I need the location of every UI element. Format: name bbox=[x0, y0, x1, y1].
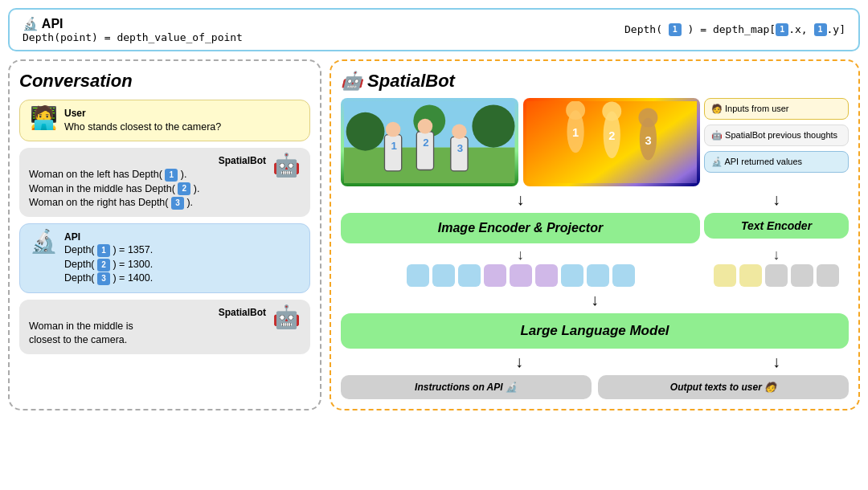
output-btn: Output texts to user 🧑 bbox=[598, 375, 849, 399]
api-returned-box: 🔬 API returned values bbox=[704, 151, 849, 173]
depth-image: 1 2 3 bbox=[523, 98, 701, 186]
previous-thoughts-label: 🤖 SpatialBot previous thoughts bbox=[711, 130, 837, 141]
token-gray-3 bbox=[817, 264, 839, 287]
api-message: 🔬 API Depth( 1 ) = 1357. Depth( 2 ) = 13… bbox=[19, 223, 310, 293]
api-bubble-text: API Depth( 1 ) = 1357. Depth( 2 ) = 1300… bbox=[64, 231, 300, 286]
bot-bubble-text-2: SpatialBot Woman in the middle isclosest… bbox=[29, 306, 266, 348]
token-purple-1 bbox=[484, 264, 506, 287]
svg-point-22 bbox=[638, 108, 657, 128]
llm-label: Large Language Model bbox=[341, 313, 849, 349]
api-formula-left: Depth(point) = depth_value_of_point bbox=[23, 31, 243, 43]
bottom-buttons: Instructions on API 🔬 Output texts to us… bbox=[341, 375, 849, 399]
svg-point-16 bbox=[566, 101, 585, 120]
token-gray-2 bbox=[791, 264, 813, 287]
svg-text:1: 1 bbox=[391, 140, 397, 152]
tokens-left: ↓ bbox=[341, 247, 700, 287]
spatialbot-panel: 🤖 SpatialBot bbox=[330, 59, 860, 410]
svg-text:3: 3 bbox=[645, 134, 651, 147]
api-returned-label: 🔬 API returned values bbox=[711, 157, 802, 167]
svg-point-19 bbox=[602, 102, 621, 121]
right-arrow: ↓ bbox=[704, 190, 849, 209]
svg-text:2: 2 bbox=[608, 129, 615, 142]
token-purple-2 bbox=[510, 264, 532, 287]
conversation-title: Conversation bbox=[19, 71, 310, 92]
bottom-arrows: ↓ ↓ bbox=[341, 353, 849, 371]
bot-bubble-text-1: SpatialBot Woman on the left has Depth( … bbox=[29, 154, 266, 210]
token-row-right bbox=[714, 264, 839, 287]
api-banner: 🔬 API Depth(point) = depth_value_of_poin… bbox=[8, 8, 860, 51]
image-arrow: ↓ bbox=[341, 190, 700, 209]
bot-avatar-2: 🤖 bbox=[272, 306, 301, 329]
llm-box: Large Language Model bbox=[341, 313, 849, 349]
image-encoder-box: Image Encoder & Projector bbox=[341, 213, 700, 243]
bot-avatar-1: 🤖 bbox=[272, 154, 301, 177]
svg-text:2: 2 bbox=[423, 137, 428, 149]
token-gray-1 bbox=[765, 264, 788, 287]
images-row: 1 2 3 bbox=[341, 98, 700, 186]
svg-text:3: 3 bbox=[457, 142, 463, 154]
token-yellow-2 bbox=[739, 264, 762, 287]
user-message: 🧑‍💻 User Who stands closest to the camer… bbox=[19, 100, 310, 141]
token-blue-6 bbox=[612, 264, 635, 287]
token-blue-5 bbox=[587, 264, 609, 287]
bottom-row: Instructions on API 🔬 Output texts to us… bbox=[341, 375, 849, 399]
text-enc-arrow: ↓ bbox=[773, 247, 780, 262]
token-purple-3 bbox=[535, 264, 558, 287]
token-blue-3 bbox=[458, 264, 481, 287]
api-title: 🔬 API bbox=[23, 16, 243, 31]
text-encoder-label: Text Encoder bbox=[704, 213, 849, 239]
api-sender-label: API bbox=[64, 231, 300, 244]
api-left: 🔬 API Depth(point) = depth_value_of_poin… bbox=[23, 16, 243, 43]
token-blue-2 bbox=[432, 264, 455, 287]
scene-image: 1 2 3 bbox=[341, 98, 518, 186]
svg-point-6 bbox=[386, 122, 401, 137]
user-avatar: 🧑‍💻 bbox=[30, 107, 58, 129]
token-blue-4 bbox=[561, 264, 583, 287]
llm-arrow: ↓ bbox=[341, 291, 849, 309]
conversation-panel: Conversation 🧑‍💻 User Who stands closest… bbox=[8, 59, 321, 410]
inputs-from-user-label: 🧑 Inputs from user bbox=[711, 104, 789, 114]
api-formula-right: Depth( 1 ) = depth_map[1.x, 1.y] bbox=[624, 23, 845, 37]
token-row-1 bbox=[407, 264, 635, 287]
right-inputs: 🧑 Inputs from user 🤖 SpatialBot previous… bbox=[704, 98, 849, 186]
token-blue-1 bbox=[407, 264, 429, 287]
bot-sender-label-1: SpatialBot bbox=[29, 154, 266, 168]
user-bubble-text: User Who stands closest to the camera? bbox=[64, 107, 300, 134]
svg-point-2 bbox=[346, 112, 385, 151]
tokens-right: ↓ bbox=[704, 247, 849, 287]
svg-point-3 bbox=[472, 105, 514, 148]
encoder-arrow: ↓ bbox=[517, 247, 524, 262]
svg-text:1: 1 bbox=[572, 126, 579, 139]
instructions-btn: Instructions on API 🔬 bbox=[341, 375, 592, 399]
text-encoder-box: Text Encoder bbox=[704, 213, 849, 243]
bot-message-1: SpatialBot Woman on the left has Depth( … bbox=[19, 148, 310, 216]
svg-point-12 bbox=[452, 124, 467, 139]
api-avatar: 🔬 bbox=[30, 231, 58, 253]
token-yellow-1 bbox=[714, 264, 736, 287]
spatialbot-title: 🤖 SpatialBot bbox=[341, 71, 849, 92]
svg-point-9 bbox=[418, 119, 433, 134]
inputs-from-user-box: 🧑 Inputs from user bbox=[704, 98, 849, 120]
image-encoder-label: Image Encoder & Projector bbox=[341, 213, 700, 243]
user-sender-label: User bbox=[64, 107, 300, 120]
bot-sender-label-2: SpatialBot bbox=[29, 306, 266, 320]
bot-message-2: SpatialBot Woman in the middle isclosest… bbox=[19, 300, 310, 354]
previous-thoughts-box: 🤖 SpatialBot previous thoughts bbox=[704, 125, 849, 146]
